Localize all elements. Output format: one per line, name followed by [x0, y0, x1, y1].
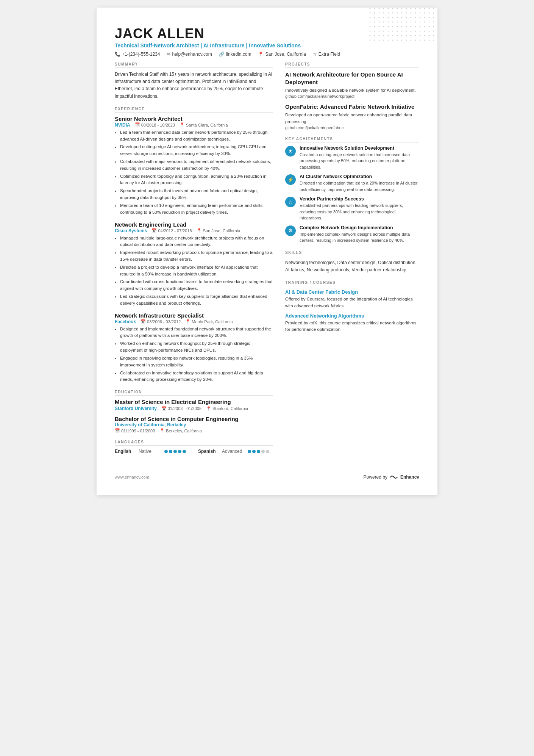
- job-bullets: Designed and implemented foundational ne…: [115, 326, 273, 383]
- job-company: NVIDIA: [115, 122, 130, 128]
- lang-dots-english: [164, 450, 186, 453]
- location-icon: 📍: [159, 428, 165, 433]
- achievement-desc: Established partnerships with leading ne…: [300, 202, 419, 221]
- job-location: 📍 Menlo Park, California: [185, 319, 233, 324]
- job-title: Network Engineering Lead: [115, 221, 273, 228]
- achievement-network-icon: ⚙: [285, 225, 296, 236]
- right-column: PROJECTS AI Network Architecture for Ope…: [285, 62, 419, 461]
- training-item: AI & Data Center Fabric Design Offered b…: [285, 289, 419, 309]
- job-title: Network Infrastructure Specialist: [115, 312, 273, 319]
- skills-text: Networking technologies, Data center des…: [285, 259, 419, 274]
- language-item: English Native: [115, 449, 186, 454]
- achievement-title: AI Cluster Network Optimization: [300, 174, 419, 179]
- location-icon: 📍: [206, 406, 211, 411]
- project-item: OpenFabric: Advanced Fabric Network Init…: [285, 103, 419, 130]
- resume-page: JACK ALLEN Technical Staff-Network Archi…: [97, 8, 437, 495]
- job-dates: 📅 04/2012 - 07/2018: [151, 228, 192, 233]
- bullet-item: Implemented robust networking protocols …: [120, 249, 273, 263]
- achievement-desc: Directed the optimization that led to a …: [300, 180, 419, 193]
- dot: [252, 450, 256, 453]
- job-meta: Facebook 📅 03/2006 - 03/2012 📍 Menlo Par…: [115, 319, 273, 324]
- bullet-item: Collaborated on innovative technology so…: [120, 370, 273, 383]
- projects-label: PROJECTS: [285, 62, 419, 68]
- dot: [164, 450, 168, 453]
- dot: [169, 450, 172, 453]
- job-company: Facebook: [115, 319, 136, 324]
- job-item: Network Engineering Lead Cisco Systems 📅…: [115, 221, 273, 307]
- achievement-title: Innovative Network Solution Development: [300, 146, 419, 151]
- left-column: SUMMARY Driven Technical Staff with 15+ …: [115, 62, 273, 461]
- job-company: Cisco Systems: [115, 228, 147, 233]
- header-section: JACK ALLEN Technical Staff-Network Archi…: [115, 26, 419, 57]
- lang-name: English: [115, 449, 136, 454]
- dot: [178, 450, 181, 453]
- project-link: github.com/jackallen/ainetworkproject: [285, 94, 419, 99]
- email-contact: ✉ help@enhancv.com: [167, 52, 212, 57]
- footer: www.enhancv.com Powered by Enhancv: [115, 470, 419, 480]
- powered-by-text: Powered by: [364, 474, 387, 480]
- summary-label: SUMMARY: [115, 62, 273, 68]
- summary-text: Driven Technical Staff with 15+ years in…: [115, 71, 273, 100]
- calendar-icon: 📅: [141, 319, 146, 324]
- job-meta: Cisco Systems 📅 04/2012 - 07/2018 📍 San …: [115, 228, 273, 233]
- languages-label: LANGUAGES: [115, 440, 273, 446]
- calendar-icon: 📅: [115, 428, 120, 433]
- training-label: TRAINING / COURSES: [285, 280, 419, 286]
- achievement-item: ★ Innovative Network Solution Developmen…: [285, 146, 419, 171]
- edu-location: 📍 Stanford, California: [206, 406, 248, 411]
- footer-website: www.enhancv.com: [115, 475, 149, 479]
- dot: [261, 450, 265, 453]
- achievement-content: Innovative Network Solution Development …: [300, 146, 419, 171]
- star-icon: ☆: [313, 52, 317, 57]
- calendar-icon: 📅: [135, 122, 140, 127]
- job-location: 📍 Santa Clara, California: [180, 122, 228, 127]
- bullet-item: Spearheaded projects that involved advan…: [120, 188, 273, 201]
- calendar-icon: 📅: [161, 406, 167, 411]
- achievement-content: Complex Network Design Implementation Im…: [300, 225, 419, 244]
- phone-contact: 📞 +1-(234)-555-1234: [115, 52, 160, 57]
- edu-school: University of California, Berkeley: [115, 422, 273, 427]
- edu-dates: 📅 01/2003 - 01/2005: [161, 406, 201, 411]
- projects-section: PROJECTS AI Network Architecture for Ope…: [285, 62, 419, 130]
- footer-brand: Powered by Enhancv: [364, 474, 419, 480]
- job-bullets: Led a team that enhanced data center net…: [115, 129, 273, 216]
- achievement-desc: Implemented complex network designs acro…: [300, 231, 419, 244]
- edu-location: 📍 Berkeley, California: [159, 428, 202, 433]
- brand-name: Enhancv: [400, 474, 419, 480]
- project-title: AI Network Architecture for Open Source …: [285, 71, 419, 86]
- edu-item: Master of Science in Electrical Engineer…: [115, 399, 273, 411]
- achievements-section: KEY ACHIEVEMENTS ★ Innovative Network So…: [285, 137, 419, 244]
- lang-dots-spanish: [248, 450, 269, 453]
- two-column-layout: SUMMARY Driven Technical Staff with 15+ …: [115, 62, 419, 461]
- bullet-item: Mentored a team of 10 engineers, enhanci…: [120, 202, 273, 216]
- project-desc: Innovatively designed a scalable network…: [285, 87, 419, 94]
- achievement-star-icon: ★: [285, 146, 296, 157]
- job-meta: NVIDIA 📅 08/2018 - 10/2023 📍 Santa Clara…: [115, 122, 273, 128]
- location-icon: 📍: [258, 52, 264, 57]
- bullet-item: Designed and implemented foundational ne…: [120, 326, 273, 340]
- achievement-partner-icon: ☆: [285, 197, 296, 207]
- training-desc: Provided by edX, this course emphasizes …: [285, 320, 419, 333]
- dot: [248, 450, 251, 453]
- link-icon: 🔗: [219, 52, 225, 57]
- bullet-item: Led a team that enhanced data center net…: [120, 129, 273, 143]
- languages-section: LANGUAGES English Native: [115, 440, 273, 454]
- dot: [266, 450, 269, 453]
- achievement-content: AI Cluster Network Optimization Directed…: [300, 174, 419, 193]
- skills-label: SKILLS: [285, 250, 419, 256]
- summary-section: SUMMARY Driven Technical Staff with 15+ …: [115, 62, 273, 100]
- achievement-item: ⚡ AI Cluster Network Optimization Direct…: [285, 174, 419, 193]
- achievement-item: ⚙ Complex Network Design Implementation …: [285, 225, 419, 244]
- training-desc: Offered by Coursera, focused on the inte…: [285, 296, 419, 309]
- project-desc: Developed an open-source fabric network …: [285, 112, 419, 125]
- project-item: AI Network Architecture for Open Source …: [285, 71, 419, 99]
- website-contact: 🔗 linkedin.com: [219, 52, 251, 57]
- candidate-name: JACK ALLEN: [115, 26, 419, 42]
- training-title: AI & Data Center Fabric Design: [285, 289, 419, 295]
- bullet-item: Coordinated with cross-functional teams …: [120, 279, 273, 292]
- bullet-item: Directed a project to develop a network …: [120, 264, 273, 278]
- lang-level: Native: [139, 449, 161, 454]
- experience-section: EXPERIENCE Senior Network Architect NVID…: [115, 107, 273, 383]
- job-item: Senior Network Architect NVIDIA 📅 08/201…: [115, 116, 273, 216]
- achievement-content: Vendor Partnership Success Established p…: [300, 196, 419, 221]
